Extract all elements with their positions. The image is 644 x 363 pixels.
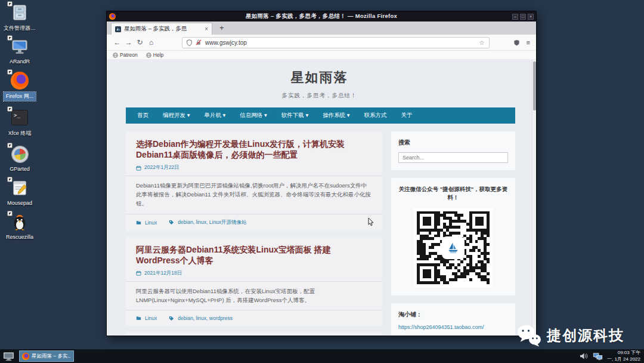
rescuezilla-icon — [11, 213, 29, 231]
reload-button[interactable]: ↻ — [134, 38, 145, 47]
globe-icon — [146, 53, 151, 58]
firefox-logo-icon — [109, 13, 116, 20]
article-excerpt: 阿里云服务器可以使用Debian11镜像系统，在安装Linux宝塔面板，配置LN… — [126, 281, 382, 310]
terminal-icon: >_ — [11, 110, 28, 125]
article-date[interactable]: 2021年12月18日 — [144, 270, 182, 277]
tags-icon — [169, 220, 174, 225]
site-title[interactable]: 星如雨落 — [107, 69, 532, 87]
search-widget-title: 搜索 — [398, 139, 508, 147]
article-tags-links[interactable]: debian, linux, wordpress — [178, 315, 233, 321]
tracking-shield-icon[interactable] — [187, 39, 192, 46]
desktop-icon-file-manager[interactable]: 文件管理器… — [1, 3, 39, 33]
window-titlebar[interactable]: 星如雨落 – 多实践，多思考，多总结！ — Mozilla Firefox – … — [107, 11, 536, 21]
desktop-icon-label: Xfce 终端 — [6, 129, 34, 138]
shortcut-emblem-icon — [7, 177, 13, 182]
file-manager-icon — [11, 4, 29, 21]
wechat-note: 关注微信公众号 "捷创源科技"，获取更多资料！ — [398, 185, 508, 202]
desktop-monitor-icon — [3, 352, 14, 361]
folder-icon — [136, 316, 141, 321]
menu-icon[interactable]: ≡ — [527, 39, 530, 46]
wechat-widget: 关注微信公众号 "捷创源科技"，获取更多资料！ — [391, 178, 515, 296]
article-category-link[interactable]: Linux — [145, 220, 157, 226]
nav-item-network[interactable]: 信息网络 ▾ — [233, 112, 274, 119]
article-category-link[interactable]: Linux — [145, 315, 157, 321]
clock-time: 09:03 下午 — [607, 350, 640, 356]
bookmark-label: Help — [153, 52, 163, 58]
desktop-icon-xfce-terminal[interactable]: >_ Xfce 终端 — [1, 108, 39, 138]
article-date[interactable]: 2022年1月22日 — [144, 164, 179, 171]
desktop-icon-mousepad[interactable]: Mousepad — [1, 179, 39, 207]
watermark-text: 捷创源科技 — [547, 326, 624, 345]
system-tray: 09:03 下午 一, 1月 24 2022 — [580, 350, 640, 362]
desktop-icon-arandr[interactable]: ARandR — [1, 37, 39, 65]
article-tags-links[interactable]: debian, linux, Linux开源镜像站 — [178, 219, 246, 226]
desktop-icon-gparted[interactable]: GParted — [1, 144, 39, 173]
bookmark-star-icon[interactable]: ☆ — [479, 39, 485, 46]
taobao-link[interactable]: https://shop264094351.taobao.com/ — [398, 324, 508, 330]
url-bar[interactable]: www.gswjcy.top ☆ — [182, 37, 490, 48]
site-tagline: 多实践，多思考，多总结！ — [107, 92, 532, 100]
clock-date: 一, 1月 24 2022 — [607, 356, 640, 362]
desktop-icon-label: GParted — [7, 165, 32, 173]
article-excerpt: Debian11镜像更新为阿里巴巴开源镜像站镜像,切换root用户，解决用户名不… — [126, 176, 382, 213]
globe-icon — [113, 53, 118, 58]
shortcut-emblem-icon — [7, 69, 13, 75]
taobao-widget: 淘小铺： https://shop264094351.taobao.com/ — [391, 303, 515, 336]
bookmark-item-patreon[interactable]: Patreon — [113, 52, 138, 58]
bookmarks-toolbar: Patreon Help — [107, 51, 536, 60]
maximize-button[interactable]: □ — [520, 14, 526, 20]
article-list: 选择Debian作为编程开发最佳Linux发行版，计算机安装Debian11桌面… — [126, 131, 382, 336]
new-tab-button[interactable]: + — [219, 23, 224, 33]
desktop-icon-rescuezilla[interactable]: Rescuezilla — [1, 213, 39, 241]
nav-item-programming[interactable]: 编程开发 ▾ — [156, 112, 197, 119]
search-widget: 搜索 — [391, 131, 515, 170]
tab-close-icon[interactable]: × — [205, 26, 208, 32]
taskbar-window-button[interactable]: 星如雨落 – 多实... — [19, 350, 74, 362]
clock[interactable]: 09:03 下午 一, 1月 24 2022 — [607, 350, 640, 362]
back-button[interactable]: ← — [112, 38, 123, 47]
url-text[interactable]: www.gswjcy.top — [205, 39, 476, 46]
volume-icon[interactable] — [580, 352, 589, 360]
desktop-icon-label: Mousepad — [5, 199, 35, 207]
site-nav: 首页 编程开发 ▾ 单片机 ▾ 信息网络 ▾ 软件下载 ▾ 操作系统 ▾ 联系方… — [126, 107, 515, 124]
scrollbar-thumb[interactable] — [533, 61, 536, 110]
search-input[interactable] — [398, 152, 508, 163]
monitor-icon — [11, 38, 29, 56]
shortcut-emblem-icon — [7, 1, 13, 7]
firefox-window: 星如雨落 – 多实践，多思考，多总结！ — Mozilla Firefox – … — [106, 11, 537, 336]
close-button[interactable]: × — [528, 14, 534, 20]
taskbar: 星如雨落 – 多实... 09:03 下午 一, 1月 24 2022 — [0, 349, 644, 363]
home-button[interactable]: ⌂ — [145, 38, 157, 47]
calendar-icon — [136, 165, 141, 171]
insecure-lock-icon[interactable] — [196, 39, 202, 45]
tab-active[interactable]: 星如雨落 – 多实践，多思 × — [111, 23, 212, 35]
nav-item-contact[interactable]: 联系方式 — [357, 112, 394, 119]
nav-item-downloads[interactable]: 软件下载 ▾ — [274, 112, 315, 119]
firefox-icon — [11, 72, 29, 90]
network-icon[interactable] — [593, 352, 603, 361]
nav-item-mcu[interactable]: 单片机 ▾ — [197, 112, 233, 119]
forward-button[interactable]: → — [123, 38, 134, 47]
desktop: 文件管理器… ARandR Firefox 网... >_ Xfce 终端 GP… — [0, 0, 644, 363]
minimize-button[interactable]: – — [512, 14, 518, 20]
article-card: 虚拟机VMware Workstation安装Linux服务器Debian11系… — [126, 332, 382, 336]
article-title-link[interactable]: 选择Debian作为编程开发最佳Linux发行版，计算机安装Debian11桌面… — [136, 139, 372, 160]
navigation-toolbar: ← → ↻ ⌂ www.gswjcy.top ☆ ≡ — [107, 35, 536, 51]
desktop-icon-label: Rescuezilla — [4, 233, 36, 241]
bookmark-item-help[interactable]: Help — [146, 52, 163, 58]
desktop-icon-label: Firefox 网... — [4, 92, 36, 101]
nav-item-about[interactable]: 关于 — [394, 112, 420, 119]
extension-icon[interactable] — [513, 39, 520, 46]
shortcut-emblem-icon — [7, 211, 13, 216]
mouse-cursor — [368, 217, 374, 229]
firefox-icon — [22, 353, 29, 360]
desktop-icon-label: 文件管理器… — [1, 24, 38, 33]
nav-item-home[interactable]: 首页 — [130, 112, 156, 119]
taskbar-window-label: 星如雨落 – 多实... — [32, 353, 71, 360]
desktop-icon-firefox[interactable]: Firefox 网... — [1, 71, 39, 101]
article-title-link[interactable]: 阿里云服务器Debian11系统安装Linux宝塔面板 搭建WordPress个… — [136, 244, 372, 266]
scrollbar[interactable] — [532, 60, 536, 336]
shortcut-emblem-icon — [7, 35, 13, 41]
show-desktop-button[interactable] — [3, 352, 14, 361]
nav-item-os[interactable]: 操作系统 ▾ — [315, 112, 357, 119]
